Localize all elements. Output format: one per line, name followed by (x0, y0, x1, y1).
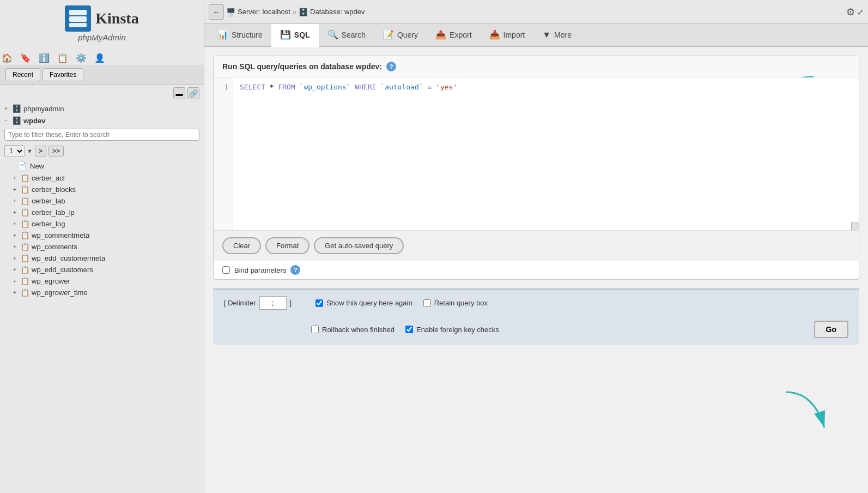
bind-params-checkbox[interactable] (222, 266, 230, 274)
options-group: Show this query here again Retain query … (315, 299, 848, 307)
nav-tabs: 📊 Structure 💾 SQL 🔍 Search 📝 Query 📤 Exp… (204, 24, 868, 47)
table-toggle-cerber-lab-ip[interactable]: + (13, 209, 21, 215)
table-cerber-log[interactable]: + 📋 cerber_log (0, 218, 204, 230)
page-dropdown-icon: ▼ (27, 148, 33, 154)
delimiter-group: [ Delimiter ] (224, 296, 292, 310)
sql-code-display[interactable]: SELECT * FROM `wp_options` WHERE `autolo… (233, 77, 859, 230)
tab-export-label: Export (450, 31, 471, 39)
help-icon[interactable]: ? (386, 62, 396, 71)
option-show-query: Show this query here again (315, 299, 412, 307)
expand-icon-phpmyadmin[interactable]: + (4, 106, 12, 112)
bookmark-icon[interactable]: 🔖 (19, 51, 33, 65)
table-cerber-blocks[interactable]: + 📋 cerber_blocks (0, 184, 204, 195)
breadcrumb-server: Server: localhost (238, 8, 290, 16)
svg-rect-1 (69, 16, 87, 22)
go-button[interactable]: Go (814, 321, 848, 338)
tab-import-label: Import (503, 31, 525, 39)
db-icon-phpmyadmin: 🗄️ (12, 104, 21, 113)
bottom-options: [ Delimiter ] Show this query here again… (213, 288, 859, 345)
new-table-item[interactable]: 📄 New (0, 159, 204, 172)
sql-panel: Run SQL query/queries on database wpdev:… (213, 56, 859, 280)
import-tab-icon: 📥 (489, 29, 500, 40)
tab-structure[interactable]: 📊 Structure (209, 24, 271, 47)
breadcrumb-db: Database: wpdev (310, 8, 365, 16)
table-wp-commentmeta[interactable]: + 📋 wp_commentmeta (0, 230, 204, 241)
tab-query[interactable]: 📝 Query (374, 24, 427, 47)
page-forward-button[interactable]: > (35, 146, 46, 157)
sql-table-ref: `wp_options` (300, 83, 351, 91)
structure-tab-icon: 📊 (217, 29, 228, 40)
table-wp-edd-customers[interactable]: + 📋 wp_edd_customers (0, 264, 204, 275)
table-toggle-wp-egrower[interactable]: + (13, 278, 21, 284)
table-toggle-wp-commentmeta[interactable]: + (13, 232, 21, 238)
table-cerber-acl[interactable]: + 📋 cerber_acl (0, 172, 204, 184)
autosave-button[interactable]: Get auto-saved query (314, 237, 404, 254)
show-query-label: Show this query here again (326, 299, 412, 307)
info-icon[interactable]: ℹ️ (37, 51, 51, 65)
bind-help-icon[interactable]: ? (290, 265, 300, 275)
copy-icon[interactable]: 📋 (56, 51, 70, 65)
table-toggle-cerber-acl[interactable]: + (13, 175, 21, 181)
breadcrumb-sep1: » (293, 8, 296, 16)
table-toggle-cerber-blocks[interactable]: + (13, 187, 21, 193)
recent-button[interactable]: Recent (5, 68, 40, 81)
table-icon-cerber-acl: 📋 (21, 174, 29, 182)
export-tab-icon: 📤 (435, 29, 446, 40)
tab-export[interactable]: 📤 Export (427, 24, 480, 47)
filter-input[interactable] (4, 129, 199, 141)
collapse-icon[interactable]: ▬ (173, 87, 185, 99)
table-toggle-wp-edd-customers[interactable]: + (13, 267, 21, 273)
table-icon-wp-edd-customers: 📋 (21, 266, 29, 274)
sql-string-val: 'yes' (436, 83, 457, 91)
table-wp-edd-customermeta[interactable]: + 📋 wp_edd_customermeta (0, 252, 204, 264)
db-item-wpdev[interactable]: − 🗄️ wpdev (0, 115, 204, 127)
table-wp-egrower[interactable]: + 📋 wp_egrower (0, 275, 204, 287)
rollback-checkbox[interactable] (311, 326, 319, 333)
back-button[interactable]: ← (209, 4, 224, 20)
table-toggle-wp-egrower-time[interactable]: + (13, 290, 21, 296)
table-toggle-cerber-lab[interactable]: + (13, 198, 21, 204)
favorites-button[interactable]: Favorites (43, 68, 83, 81)
sql-from-keyword: FROM (278, 83, 295, 91)
gear-icon[interactable]: ⚙ (846, 6, 855, 18)
user-icon[interactable]: 👤 (93, 51, 107, 65)
sidebar-content: + 🗄️ phpmyadmin − 🗄️ wpdev 1 ▼ > (0, 101, 204, 493)
link-icon[interactable]: 🔗 (187, 87, 199, 99)
page-end-button[interactable]: >> (48, 146, 64, 157)
table-wp-comments[interactable]: + 📋 wp_comments (0, 241, 204, 252)
clear-button[interactable]: Clear (222, 237, 261, 254)
table-icon-wp-egrower-time: 📋 (21, 288, 29, 297)
sql-column-ref: `autoload` (380, 83, 423, 91)
table-wp-egrower-time[interactable]: + 📋 wp_egrower_time (0, 287, 204, 298)
delimiter-input[interactable] (259, 296, 287, 310)
retain-box-checkbox[interactable] (423, 299, 431, 307)
foreign-key-label: Enable foreign key checks (416, 326, 499, 334)
table-icon-wp-egrower: 📋 (21, 277, 29, 285)
table-toggle-cerber-log[interactable]: + (13, 221, 21, 227)
table-toggle-wp-comments[interactable]: + (13, 244, 21, 250)
tab-search[interactable]: 🔍 Search (319, 24, 374, 47)
foreign-key-checkbox[interactable] (405, 326, 413, 333)
table-toggle-wp-edd-customermeta[interactable]: + (13, 255, 21, 261)
delimiter-open-label: [ Delimiter (224, 299, 256, 307)
table-icon-cerber-log: 📋 (21, 220, 29, 228)
bind-params-label: Bind parameters (234, 266, 286, 274)
tab-more[interactable]: ▼ More (533, 24, 580, 47)
settings-icon[interactable]: ⚙️ (74, 51, 88, 65)
tab-sql[interactable]: 💾 SQL (271, 24, 319, 47)
expand-icon[interactable]: ⤢ (857, 8, 864, 16)
option-rollback: Rollback when finished (311, 326, 394, 334)
format-button[interactable]: Format (265, 237, 309, 254)
page-select[interactable]: 1 (4, 145, 25, 157)
sidebar-icons-row: 🏠 🔖 ℹ️ 📋 ⚙️ 👤 (0, 51, 204, 65)
sql-where-keyword: WHERE (355, 83, 376, 91)
tab-import[interactable]: 📥 Import (481, 24, 534, 47)
home-icon[interactable]: 🏠 (0, 51, 14, 65)
table-cerber-lab-ip[interactable]: + 📋 cerber_lab_ip (0, 207, 204, 218)
db-item-phpmyadmin[interactable]: + 🗄️ phpmyadmin (0, 103, 204, 115)
table-cerber-lab[interactable]: + 📋 cerber_lab (0, 195, 204, 207)
expand-icon-wpdev[interactable]: − (4, 118, 12, 124)
sql-actions: Clear Format Get auto-saved query (214, 230, 859, 261)
show-query-checkbox[interactable] (315, 299, 323, 307)
db-breadcrumb-icon: 🗄️ (299, 8, 308, 16)
